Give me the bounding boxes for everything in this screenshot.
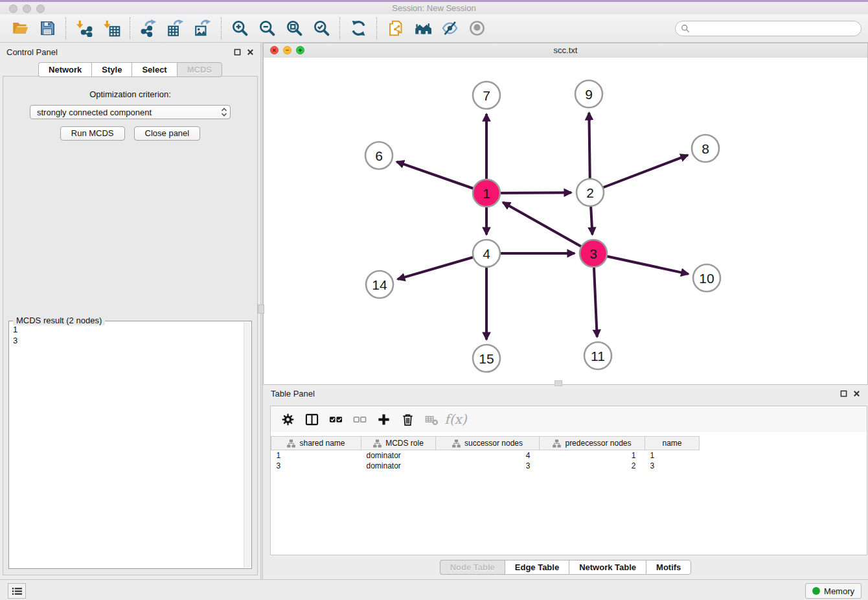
node-label: 9: [585, 87, 593, 102]
close-panel-button[interactable]: Close panel: [134, 126, 201, 141]
save-session-button[interactable]: [38, 19, 57, 38]
graph-node-4[interactable]: 4: [473, 240, 500, 267]
main-toolbar-icons: [6, 17, 490, 40]
copy-network-icon: [387, 19, 404, 37]
cell-successor-nodes[interactable]: 3: [436, 461, 540, 471]
copy-network-button[interactable]: [385, 19, 405, 38]
float-panel-icon[interactable]: [234, 49, 241, 56]
edge-3-1[interactable]: [503, 202, 593, 253]
search-input[interactable]: [694, 23, 856, 34]
export-image-button[interactable]: [193, 19, 212, 38]
birds-eye-button[interactable]: [467, 19, 486, 38]
tab-style[interactable]: Style: [91, 62, 131, 77]
network-window-traffic-lights: [270, 46, 304, 54]
cell-shared-name[interactable]: 3: [271, 461, 361, 471]
tab-edge-table[interactable]: Edge Table: [505, 560, 569, 575]
tab-node-table[interactable]: Node Table: [440, 560, 505, 575]
graph-node-2[interactable]: 2: [577, 179, 604, 206]
graph-node-10[interactable]: 10: [693, 264, 720, 292]
mcds-result-text[interactable]: 1 3: [10, 323, 243, 567]
table-row-1[interactable]: 1dominator411: [271, 450, 700, 461]
split-columns-button[interactable]: [300, 410, 324, 428]
cell-predecessor-nodes[interactable]: 1: [540, 450, 645, 461]
zoom-out-button[interactable]: [257, 19, 277, 38]
graph-node-3[interactable]: 3: [580, 240, 607, 267]
select-all-check-button[interactable]: [324, 410, 348, 428]
graph-node-14[interactable]: 14: [366, 271, 393, 298]
column-header-shared-name[interactable]: shared name: [271, 437, 361, 450]
zoom-in-button[interactable]: [230, 19, 249, 38]
edge-3-10[interactable]: [593, 253, 689, 274]
function-builder-icon: f(x): [444, 411, 466, 427]
memory-button[interactable]: Memory: [805, 583, 862, 599]
run-mcds-button[interactable]: Run MCDS: [60, 126, 125, 141]
graph-node-7[interactable]: 7: [473, 82, 500, 109]
column-header-predecessor-nodes[interactable]: predecessor nodes: [540, 437, 645, 450]
add-column-button[interactable]: [372, 410, 396, 428]
cell-successor-nodes[interactable]: 4: [436, 450, 540, 461]
column-header-inner: name: [648, 439, 696, 448]
cell-predecessor-nodes[interactable]: 2: [540, 461, 645, 471]
cell-name[interactable]: 3: [645, 461, 700, 471]
tab-select[interactable]: Select: [131, 62, 176, 77]
zoom-fit-button[interactable]: [284, 19, 304, 38]
graph-node-11[interactable]: 11: [584, 342, 611, 369]
function-builder-button: f(x): [444, 410, 468, 428]
open-file-button[interactable]: [10, 19, 30, 38]
zoom-selected-button[interactable]: [312, 19, 331, 38]
panel-menu-button[interactable]: [8, 583, 26, 599]
table-panel: Table Panel f(x) shared nameMCDS rolesuc…: [263, 385, 868, 579]
settings-gear-button[interactable]: [276, 410, 300, 428]
hide-details-icon: [441, 19, 459, 37]
table-panel-tabs: Node TableEdge TableNetwork TableMotifs: [263, 560, 868, 575]
cell-name[interactable]: 1: [645, 450, 700, 461]
network-window-titlebar[interactable]: scc.txt: [264, 43, 867, 58]
graph-node-8[interactable]: 8: [692, 135, 719, 162]
refresh-layout-button[interactable]: [348, 19, 368, 38]
splitter-grip[interactable]: [258, 305, 264, 314]
import-network-button[interactable]: [74, 19, 94, 38]
network-close-button[interactable]: [270, 46, 279, 54]
delete-column-button[interactable]: [396, 410, 420, 428]
deselect-all-button[interactable]: [348, 410, 372, 428]
node-label: 4: [483, 246, 490, 261]
import-table-button[interactable]: [102, 19, 121, 38]
settings-gear-icon: [281, 413, 295, 426]
close-panel-icon[interactable]: [247, 49, 254, 56]
criterion-dropdown[interactable]: strongly connected component: [30, 105, 231, 119]
memory-label: Memory: [824, 586, 854, 596]
hide-details-button[interactable]: [440, 19, 459, 38]
add-column-icon: [377, 413, 391, 426]
network-minimize-button[interactable]: [283, 46, 291, 54]
float-table-panel-icon[interactable]: [840, 390, 847, 397]
close-table-panel-icon[interactable]: [853, 390, 860, 397]
search-box[interactable]: [675, 21, 862, 36]
cell-mcds-role[interactable]: dominator: [361, 461, 436, 471]
cell-shared-name[interactable]: 1: [271, 450, 361, 461]
column-header-mcds-role[interactable]: MCDS role: [361, 437, 436, 450]
memory-status-icon: [812, 587, 820, 595]
home-view-button[interactable]: [413, 19, 432, 38]
table-row-2[interactable]: 3dominator323: [271, 461, 700, 471]
graph-node-15[interactable]: 15: [473, 345, 500, 372]
network-canvas[interactable]: 1234678910111415: [264, 58, 867, 384]
window-title: Session: New Session: [0, 3, 868, 13]
column-header-successor-nodes[interactable]: successor nodes: [436, 437, 540, 450]
export-network-button[interactable]: [139, 19, 158, 38]
tab-network[interactable]: Network: [38, 62, 91, 77]
graph-node-6[interactable]: 6: [365, 142, 393, 169]
graph-node-1[interactable]: 1: [473, 179, 500, 207]
dropdown-stepper-icon: [221, 107, 227, 117]
graph-node-9[interactable]: 9: [575, 80, 602, 108]
cell-mcds-role[interactable]: dominator: [361, 450, 436, 461]
column-header-name[interactable]: name: [645, 437, 700, 450]
export-table-button[interactable]: [166, 19, 185, 38]
tab-motifs[interactable]: Motifs: [646, 560, 691, 575]
column-type-icon: [452, 439, 461, 448]
horizontal-splitter-grip[interactable]: [554, 380, 562, 386]
tab-network-table[interactable]: Network Table: [569, 560, 646, 575]
tab-mcds[interactable]: MCDS: [177, 62, 222, 77]
network-maximize-button[interactable]: [296, 46, 304, 54]
edge-2-8[interactable]: [590, 155, 688, 192]
mcds-result-scrollbar[interactable]: [244, 322, 251, 568]
